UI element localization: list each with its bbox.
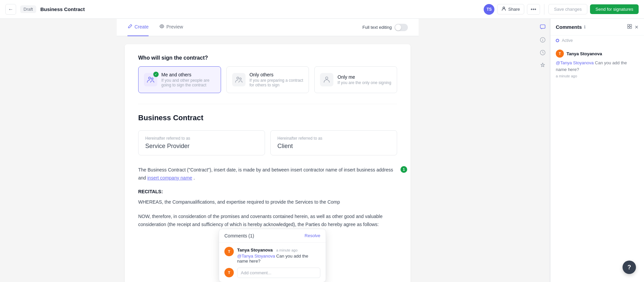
save-changes-button[interactable]: Save changes — [548, 4, 587, 14]
now-therefore-text: NOW, therefore, in consideration of the … — [138, 213, 397, 229]
more-options-button[interactable]: ••• — [527, 4, 540, 15]
back-icon: ← — [8, 6, 13, 12]
party-card-client: Hereinafter referred to as Client — [270, 130, 397, 155]
me-and-others-desc: If you and other people are going to sig… — [161, 78, 215, 87]
svg-point-2 — [149, 77, 151, 79]
panel-grid-button[interactable] — [627, 24, 632, 30]
only-others-icon — [232, 73, 246, 86]
sign-option-me-and-others[interactable]: ✓ Me and others If you and other people … — [138, 66, 221, 93]
commenter-avatar: T — [224, 247, 234, 256]
me-and-others-label: Me and others — [161, 72, 215, 77]
right-panel-header: Comments ℹ ✕ — [550, 19, 644, 36]
sign-section: Who will sign the contract? ✓ Me and oth… — [138, 55, 397, 93]
sidebar-comment-header: T Tanya Stoyanova — [556, 50, 639, 58]
create-icon — [127, 24, 132, 30]
share-button[interactable]: Share — [497, 4, 524, 14]
sign-option-only-me[interactable]: Only me If you are the only one signing — [314, 66, 397, 93]
document-content: Who will sign the contract? ✓ Me and oth… — [125, 44, 411, 282]
svg-point-3 — [152, 78, 153, 80]
toggle-switch[interactable] — [394, 24, 408, 31]
comment-text: @Tanya Stoyanova Can you add the name he… — [237, 254, 320, 264]
document-title: Business Contract — [40, 6, 480, 12]
send-for-signatures-button[interactable]: Send for signatures — [590, 4, 639, 14]
party-cards: Hereinafter referred to as Service Provi… — [138, 130, 397, 155]
toggle-knob — [395, 24, 401, 30]
info-panel-icon[interactable] — [540, 37, 546, 44]
sign-option-only-others-text: Only others If you are preparing a contr… — [250, 72, 304, 87]
comment-mention: @Tanya Stoyanova — [237, 254, 275, 259]
contract-section: Business Contract Hereinafter referred t… — [138, 114, 397, 229]
sign-title: Who will sign the contract? — [138, 55, 397, 61]
svg-point-5 — [239, 78, 241, 80]
share-icon — [501, 6, 506, 12]
content-inner: Create Preview Full text editing — [117, 19, 419, 282]
tab-preview-label: Preview — [166, 24, 183, 29]
sidebar-comment-text: @Tanya Stoyanova Can you add the name he… — [556, 60, 639, 73]
back-button[interactable]: ← — [5, 4, 16, 15]
right-panel-actions: ✕ — [627, 24, 639, 30]
preview-icon — [159, 24, 164, 30]
help-button[interactable]: ? — [623, 261, 636, 274]
right-panel-info-icon[interactable]: ℹ — [584, 24, 586, 29]
insert-company-name-link[interactable]: insert company name — [147, 175, 192, 181]
comment-indicator[interactable]: 1 — [400, 166, 407, 173]
sign-option-me-and-others-text: Me and others If you and other people ar… — [161, 72, 215, 87]
sign-option-only-others[interactable]: Only others If you are preparing a contr… — [226, 66, 309, 93]
sign-options: ✓ Me and others If you and other people … — [138, 66, 397, 93]
draft-badge: Draft — [20, 5, 36, 13]
comment-row: T Tanya Stoyanova a minute ago @Tanya St… — [224, 247, 320, 264]
contract-body-text-end: . — [194, 175, 195, 181]
comment-input-field[interactable] — [237, 268, 320, 278]
comment-popup: Comments (1) Resolve T Tanya Stoyanova a… — [219, 229, 326, 282]
client-name: Client — [277, 143, 390, 150]
only-me-label: Only me — [337, 74, 391, 80]
comment-header-row: Tanya Stoyanova a minute ago — [237, 247, 320, 253]
pin-panel-icon[interactable] — [540, 62, 546, 70]
only-others-desc: If you are preparing a contract for othe… — [250, 78, 304, 87]
svg-point-6 — [326, 77, 328, 79]
sidebar-comment-item[interactable]: T Tanya Stoyanova @Tanya Stoyanova Can y… — [550, 46, 644, 82]
topbar-right: TS Share ••• Save changes Send for signa… — [484, 4, 639, 15]
comment-popup-body: T Tanya Stoyanova a minute ago @Tanya St… — [219, 243, 326, 282]
content-area: Create Preview Full text editing — [0, 19, 535, 282]
right-panel-title: Comments — [556, 24, 582, 30]
tab-create-label: Create — [135, 24, 149, 29]
tab-create[interactable]: Create — [127, 19, 149, 36]
history-panel-icon[interactable] — [540, 50, 546, 57]
recitals-text: WHEREAS, the Companualifications, and ex… — [138, 198, 397, 206]
tabs-bar: Create Preview Full text editing — [117, 19, 419, 36]
svg-rect-14 — [630, 27, 632, 28]
only-me-desc: If you are the only one signing — [337, 80, 391, 85]
sign-option-only-me-text: Only me If you are the only one signing — [337, 74, 391, 85]
comment-content: Tanya Stoyanova a minute ago @Tanya Stoy… — [237, 247, 320, 264]
reply-avatar: T — [224, 268, 234, 277]
sidebar-comment-time: a minute ago — [556, 74, 639, 78]
selected-check: ✓ — [153, 72, 159, 77]
comment-time: a minute ago — [276, 248, 298, 252]
main-layout: Create Preview Full text editing — [0, 19, 644, 282]
panel-close-button[interactable]: ✕ — [635, 24, 639, 30]
svg-point-4 — [237, 77, 239, 79]
right-panel-icon-strip — [535, 19, 550, 282]
resolve-button[interactable]: Resolve — [305, 233, 320, 238]
party-card-service-provider: Hereinafter referred to as Service Provi… — [138, 130, 265, 155]
service-provider-name: Service Provider — [145, 143, 258, 150]
sidebar-commenter-avatar: T — [556, 50, 564, 58]
contract-body-text: The Business Contract ("Contract"), inse… — [138, 166, 397, 182]
commenter-name: Tanya Stoyanova — [237, 248, 273, 253]
comments-panel-icon[interactable] — [540, 24, 546, 31]
svg-point-0 — [503, 7, 505, 9]
sidebar-commenter-name: Tanya Stoyanova — [567, 51, 602, 56]
me-and-others-icon: ✓ — [144, 73, 157, 86]
only-me-icon — [320, 73, 333, 86]
svg-point-1 — [161, 25, 163, 27]
client-label: Hereinafter referred to as — [277, 136, 390, 141]
comment-popup-header: Comments (1) Resolve — [219, 229, 326, 243]
svg-rect-11 — [628, 24, 629, 26]
more-icon: ••• — [531, 6, 536, 12]
right-area: Comments ℹ ✕ Active T Tanya — [535, 19, 644, 282]
topbar: ← Draft Business Contract TS Share ••• S… — [0, 0, 644, 19]
user-avatar: TS — [484, 4, 494, 15]
tab-preview[interactable]: Preview — [159, 19, 183, 36]
full-text-editing-toggle: Full text editing — [363, 24, 408, 31]
